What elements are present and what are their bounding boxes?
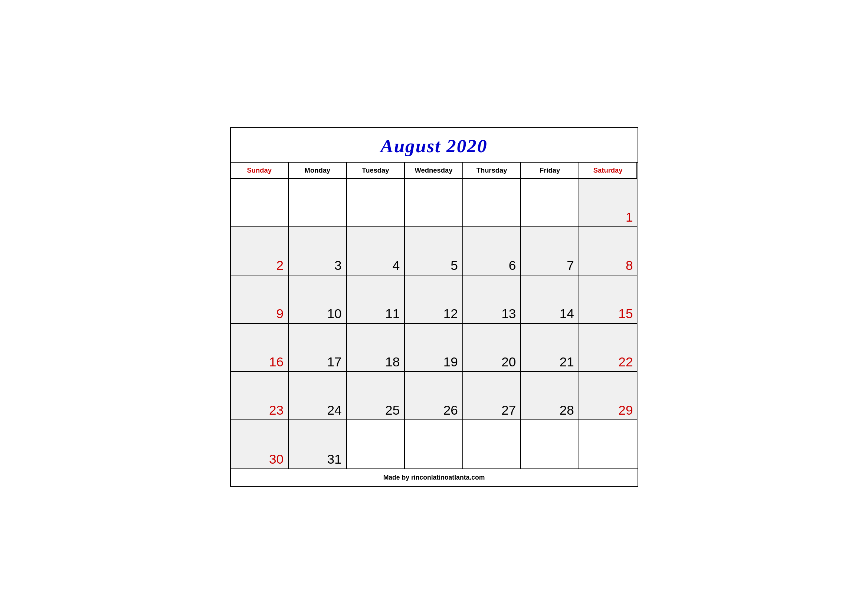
calendar-cell — [521, 420, 579, 468]
date-number: 12 — [443, 307, 458, 320]
date-number: 8 — [626, 259, 633, 272]
calendar-cell — [347, 420, 405, 468]
calendar-cell — [521, 179, 579, 227]
date-number: 17 — [327, 355, 342, 368]
calendar-cell — [231, 179, 289, 227]
calendar-cell: 16 — [231, 324, 289, 372]
calendar-cell — [579, 420, 637, 468]
calendar-cell: 27 — [463, 372, 521, 420]
date-number: 5 — [451, 259, 458, 272]
calendar-cell: 5 — [405, 227, 463, 276]
calendar-cell — [463, 179, 521, 227]
day-header-friday: Friday — [521, 163, 579, 179]
day-header-tuesday: Tuesday — [347, 163, 405, 179]
calendar-cell: 6 — [463, 227, 521, 276]
date-number: 13 — [501, 307, 516, 320]
calendar-cell: 26 — [405, 372, 463, 420]
calendar-container: August 2020 SundayMondayTuesdayWednesday… — [230, 127, 638, 487]
date-number: 3 — [334, 259, 342, 272]
calendar-cell: 1 — [579, 179, 637, 227]
calendar-cell — [347, 179, 405, 227]
calendar-cell: 29 — [579, 372, 637, 420]
date-number: 31 — [327, 453, 342, 465]
date-number: 22 — [618, 355, 633, 368]
date-number: 20 — [501, 355, 516, 368]
date-number: 1 — [626, 211, 633, 223]
day-header-sunday: Sunday — [231, 163, 289, 179]
footer-text: Made by rinconlatinoatlanta.com — [383, 474, 485, 481]
calendar-cell: 9 — [231, 276, 289, 324]
calendar-cell: 18 — [347, 324, 405, 372]
calendar-title-section: August 2020 — [231, 128, 637, 163]
calendar-cell: 21 — [521, 324, 579, 372]
date-number: 24 — [327, 403, 342, 417]
date-number: 18 — [385, 355, 400, 368]
date-number: 2 — [276, 259, 284, 272]
day-header-thursday: Thursday — [463, 163, 521, 179]
calendar-grid: SundayMondayTuesdayWednesdayThursdayFrid… — [231, 163, 637, 468]
calendar-cell: 24 — [289, 372, 347, 420]
date-number: 10 — [327, 307, 342, 320]
day-header-saturday: Saturday — [579, 163, 637, 179]
date-number: 6 — [509, 259, 516, 272]
date-number: 23 — [269, 403, 284, 417]
calendar-cell: 31 — [289, 420, 347, 468]
calendar-cell: 3 — [289, 227, 347, 276]
calendar-cell: 22 — [579, 324, 637, 372]
calendar-cell — [463, 420, 521, 468]
date-number: 25 — [385, 403, 400, 417]
date-number: 21 — [560, 355, 574, 368]
calendar-cell: 7 — [521, 227, 579, 276]
calendar-cell: 13 — [463, 276, 521, 324]
date-number: 7 — [567, 259, 574, 272]
calendar-cell: 2 — [231, 227, 289, 276]
calendar-cell: 11 — [347, 276, 405, 324]
date-number: 16 — [269, 355, 284, 368]
date-number: 11 — [385, 307, 400, 320]
calendar-cell: 15 — [579, 276, 637, 324]
calendar-cell: 4 — [347, 227, 405, 276]
calendar-cell: 20 — [463, 324, 521, 372]
calendar-cell: 12 — [405, 276, 463, 324]
day-header-monday: Monday — [289, 163, 347, 179]
date-number: 4 — [393, 259, 400, 272]
calendar-title: August 2020 — [234, 135, 634, 157]
day-header-wednesday: Wednesday — [405, 163, 463, 179]
date-number: 30 — [269, 453, 284, 465]
calendar-footer: Made by rinconlatinoatlanta.com — [231, 468, 637, 486]
date-number: 29 — [618, 403, 633, 417]
calendar-cell: 19 — [405, 324, 463, 372]
calendar-cell: 25 — [347, 372, 405, 420]
calendar-cell: 30 — [231, 420, 289, 468]
calendar-cell — [405, 179, 463, 227]
calendar-cell: 23 — [231, 372, 289, 420]
calendar-cell: 8 — [579, 227, 637, 276]
calendar-cell: 17 — [289, 324, 347, 372]
date-number: 9 — [276, 307, 284, 320]
date-number: 27 — [501, 403, 516, 417]
date-number: 15 — [618, 307, 633, 320]
calendar-cell: 28 — [521, 372, 579, 420]
calendar-cell: 10 — [289, 276, 347, 324]
calendar-cell — [289, 179, 347, 227]
calendar-cell — [405, 420, 463, 468]
date-number: 26 — [443, 403, 458, 417]
date-number: 19 — [443, 355, 458, 368]
date-number: 14 — [560, 307, 574, 320]
date-number: 28 — [560, 403, 574, 417]
calendar-cell: 14 — [521, 276, 579, 324]
